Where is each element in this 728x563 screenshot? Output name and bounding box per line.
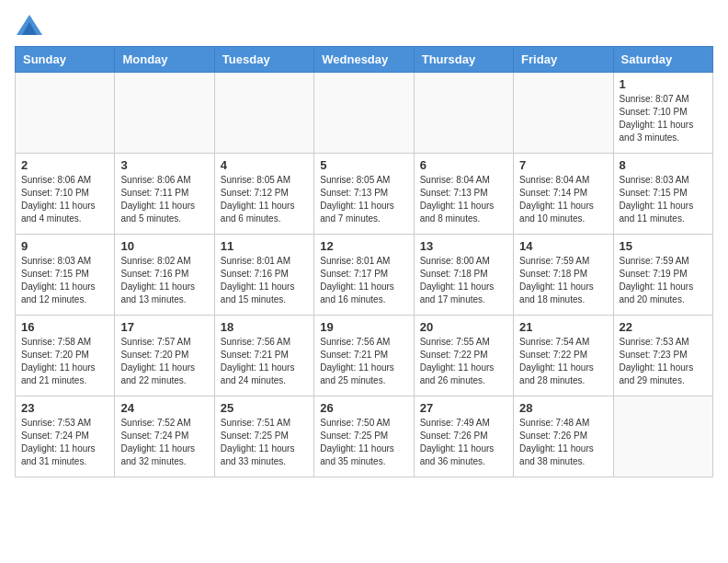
day-number: 2 <box>21 158 108 172</box>
page-header <box>15 15 713 35</box>
day-number: 5 <box>320 158 407 172</box>
day-info: Sunrise: 7:51 AM Sunset: 7:25 PM Dayligh… <box>221 417 308 468</box>
calendar-week-3: 16Sunrise: 7:58 AM Sunset: 7:20 PM Dayli… <box>16 316 713 396</box>
calendar-cell: 13Sunrise: 8:00 AM Sunset: 7:18 PM Dayli… <box>414 235 513 316</box>
calendar-week-1: 2Sunrise: 8:06 AM Sunset: 7:10 PM Daylig… <box>16 154 713 235</box>
calendar-cell <box>214 73 313 154</box>
day-info: Sunrise: 7:56 AM Sunset: 7:21 PM Dayligh… <box>221 336 308 387</box>
calendar-table: SundayMondayTuesdayWednesdayThursdayFrid… <box>15 46 713 477</box>
calendar-cell: 23Sunrise: 7:53 AM Sunset: 7:24 PM Dayli… <box>16 396 115 477</box>
calendar-cell: 28Sunrise: 7:48 AM Sunset: 7:26 PM Dayli… <box>514 396 613 477</box>
day-info: Sunrise: 8:02 AM Sunset: 7:16 PM Dayligh… <box>120 255 208 306</box>
calendar-cell: 6Sunrise: 8:04 AM Sunset: 7:13 PM Daylig… <box>414 154 513 235</box>
day-number: 14 <box>519 239 607 253</box>
header-day-thursday: Thursday <box>414 47 513 73</box>
calendar-cell: 15Sunrise: 7:59 AM Sunset: 7:19 PM Dayli… <box>613 235 712 316</box>
calendar-week-4: 23Sunrise: 7:53 AM Sunset: 7:24 PM Dayli… <box>16 396 713 477</box>
calendar-cell: 1Sunrise: 8:07 AM Sunset: 7:10 PM Daylig… <box>613 73 712 154</box>
calendar-cell: 22Sunrise: 7:53 AM Sunset: 7:23 PM Dayli… <box>613 316 712 396</box>
day-number: 3 <box>120 158 208 172</box>
day-info: Sunrise: 7:50 AM Sunset: 7:25 PM Dayligh… <box>320 417 407 468</box>
day-number: 4 <box>221 158 308 172</box>
header-day-saturday: Saturday <box>613 47 712 73</box>
calendar-cell: 25Sunrise: 7:51 AM Sunset: 7:25 PM Dayli… <box>214 396 313 477</box>
calendar-cell: 21Sunrise: 7:54 AM Sunset: 7:22 PM Dayli… <box>514 316 613 396</box>
day-info: Sunrise: 8:04 AM Sunset: 7:14 PM Dayligh… <box>519 174 607 225</box>
calendar-cell: 2Sunrise: 8:06 AM Sunset: 7:10 PM Daylig… <box>16 154 115 235</box>
calendar-week-2: 9Sunrise: 8:03 AM Sunset: 7:15 PM Daylig… <box>16 235 713 316</box>
calendar-header: SundayMondayTuesdayWednesdayThursdayFrid… <box>16 47 713 73</box>
calendar-cell: 4Sunrise: 8:05 AM Sunset: 7:12 PM Daylig… <box>214 154 313 235</box>
calendar-cell: 24Sunrise: 7:52 AM Sunset: 7:24 PM Dayli… <box>115 396 214 477</box>
day-number: 17 <box>120 320 208 334</box>
logo-icon <box>17 15 42 35</box>
day-info: Sunrise: 7:53 AM Sunset: 7:23 PM Dayligh… <box>620 336 707 387</box>
calendar-cell: 7Sunrise: 8:04 AM Sunset: 7:14 PM Daylig… <box>514 154 613 235</box>
header-day-friday: Friday <box>514 47 613 73</box>
day-number: 1 <box>620 77 707 91</box>
header-day-sunday: Sunday <box>16 47 115 73</box>
calendar-cell: 17Sunrise: 7:57 AM Sunset: 7:20 PM Dayli… <box>115 316 214 396</box>
day-number: 25 <box>221 401 308 415</box>
calendar-cell: 16Sunrise: 7:58 AM Sunset: 7:20 PM Dayli… <box>16 316 115 396</box>
day-info: Sunrise: 7:54 AM Sunset: 7:22 PM Dayligh… <box>519 336 607 387</box>
calendar-cell: 14Sunrise: 7:59 AM Sunset: 7:18 PM Dayli… <box>514 235 613 316</box>
calendar-cell: 12Sunrise: 8:01 AM Sunset: 7:17 PM Dayli… <box>314 235 414 316</box>
day-info: Sunrise: 7:52 AM Sunset: 7:24 PM Dayligh… <box>120 417 208 468</box>
day-number: 16 <box>21 320 108 334</box>
day-number: 27 <box>420 401 507 415</box>
day-info: Sunrise: 7:49 AM Sunset: 7:26 PM Dayligh… <box>420 417 507 468</box>
day-info: Sunrise: 7:48 AM Sunset: 7:26 PM Dayligh… <box>519 417 607 468</box>
calendar-cell: 26Sunrise: 7:50 AM Sunset: 7:25 PM Dayli… <box>314 396 414 477</box>
day-number: 24 <box>120 401 208 415</box>
calendar-cell: 18Sunrise: 7:56 AM Sunset: 7:21 PM Dayli… <box>214 316 313 396</box>
day-number: 20 <box>420 320 507 334</box>
day-number: 7 <box>519 158 607 172</box>
day-info: Sunrise: 7:56 AM Sunset: 7:21 PM Dayligh… <box>320 336 407 387</box>
day-number: 8 <box>620 158 707 172</box>
header-row: SundayMondayTuesdayWednesdayThursdayFrid… <box>16 47 713 73</box>
day-number: 21 <box>519 320 607 334</box>
day-info: Sunrise: 8:03 AM Sunset: 7:15 PM Dayligh… <box>620 174 707 225</box>
day-info: Sunrise: 8:04 AM Sunset: 7:13 PM Dayligh… <box>420 174 507 225</box>
day-number: 15 <box>620 239 707 253</box>
day-info: Sunrise: 8:05 AM Sunset: 7:12 PM Dayligh… <box>221 174 308 225</box>
day-number: 12 <box>320 239 407 253</box>
calendar-cell <box>115 73 214 154</box>
day-number: 22 <box>620 320 707 334</box>
day-info: Sunrise: 7:55 AM Sunset: 7:22 PM Dayligh… <box>420 336 507 387</box>
day-info: Sunrise: 8:05 AM Sunset: 7:13 PM Dayligh… <box>320 174 407 225</box>
day-info: Sunrise: 8:06 AM Sunset: 7:10 PM Dayligh… <box>21 174 108 225</box>
day-number: 9 <box>21 239 108 253</box>
day-info: Sunrise: 7:58 AM Sunset: 7:20 PM Dayligh… <box>21 336 108 387</box>
day-info: Sunrise: 8:00 AM Sunset: 7:18 PM Dayligh… <box>420 255 507 306</box>
day-number: 13 <box>420 239 507 253</box>
day-info: Sunrise: 8:07 AM Sunset: 7:10 PM Dayligh… <box>620 93 707 144</box>
calendar-cell: 5Sunrise: 8:05 AM Sunset: 7:13 PM Daylig… <box>314 154 414 235</box>
header-day-monday: Monday <box>115 47 214 73</box>
day-info: Sunrise: 8:03 AM Sunset: 7:15 PM Dayligh… <box>21 255 108 306</box>
header-day-tuesday: Tuesday <box>214 47 313 73</box>
calendar-cell: 8Sunrise: 8:03 AM Sunset: 7:15 PM Daylig… <box>613 154 712 235</box>
day-info: Sunrise: 7:57 AM Sunset: 7:20 PM Dayligh… <box>120 336 208 387</box>
day-number: 26 <box>320 401 407 415</box>
day-number: 10 <box>120 239 208 253</box>
day-info: Sunrise: 7:59 AM Sunset: 7:19 PM Dayligh… <box>620 255 707 306</box>
calendar-cell <box>613 396 712 477</box>
calendar-week-0: 1Sunrise: 8:07 AM Sunset: 7:10 PM Daylig… <box>16 73 713 154</box>
day-info: Sunrise: 8:01 AM Sunset: 7:17 PM Dayligh… <box>320 255 407 306</box>
calendar-cell <box>16 73 115 154</box>
day-info: Sunrise: 7:59 AM Sunset: 7:18 PM Dayligh… <box>519 255 607 306</box>
day-number: 28 <box>519 401 607 415</box>
calendar-cell: 9Sunrise: 8:03 AM Sunset: 7:15 PM Daylig… <box>16 235 115 316</box>
calendar-cell: 20Sunrise: 7:55 AM Sunset: 7:22 PM Dayli… <box>414 316 513 396</box>
calendar-cell <box>314 73 414 154</box>
calendar-cell: 27Sunrise: 7:49 AM Sunset: 7:26 PM Dayli… <box>414 396 513 477</box>
day-number: 11 <box>221 239 308 253</box>
day-info: Sunrise: 7:53 AM Sunset: 7:24 PM Dayligh… <box>21 417 108 468</box>
day-number: 19 <box>320 320 407 334</box>
day-info: Sunrise: 8:06 AM Sunset: 7:11 PM Dayligh… <box>120 174 208 225</box>
calendar-cell: 11Sunrise: 8:01 AM Sunset: 7:16 PM Dayli… <box>214 235 313 316</box>
calendar-cell: 19Sunrise: 7:56 AM Sunset: 7:21 PM Dayli… <box>314 316 414 396</box>
day-info: Sunrise: 8:01 AM Sunset: 7:16 PM Dayligh… <box>221 255 308 306</box>
